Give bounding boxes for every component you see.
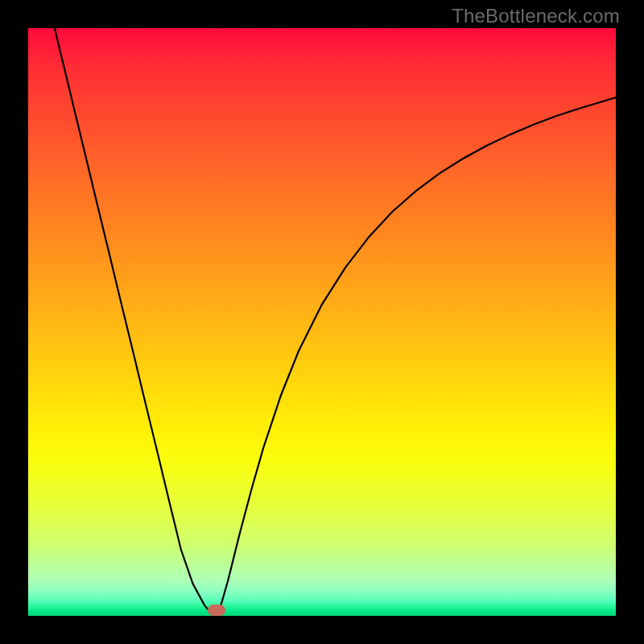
bottleneck-curve — [55, 28, 616, 614]
chart-frame: TheBottleneck.com — [0, 0, 644, 644]
optimal-point-marker — [208, 605, 225, 616]
curve-layer — [28, 28, 616, 616]
attribution-text: TheBottleneck.com — [452, 5, 620, 27]
plot-area — [28, 28, 616, 616]
